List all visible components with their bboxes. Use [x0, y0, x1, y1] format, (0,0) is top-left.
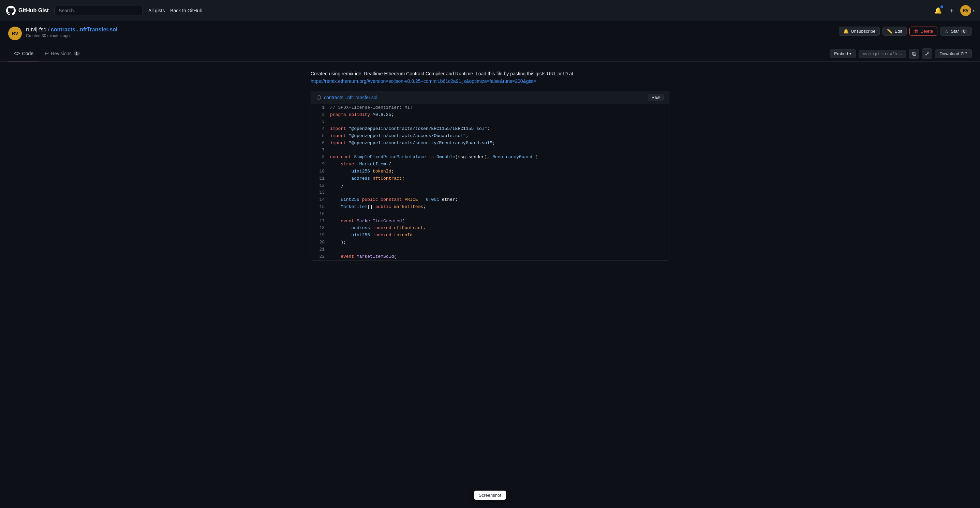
- raw-button[interactable]: Raw: [648, 94, 663, 101]
- avatar-initials: RV: [11, 31, 18, 36]
- table-row: 1// SPDX-License-Identifier: MIT: [311, 104, 669, 111]
- line-number: 13: [311, 189, 329, 196]
- table-row: 6import "@openzeppelin/contracts/securit…: [311, 140, 669, 147]
- table-row: 5import "@openzeppelin/contracts/access/…: [311, 133, 669, 140]
- line-code: address indexed nftContract,: [329, 225, 669, 232]
- tab-revisions[interactable]: ↩ Revisions 1: [39, 46, 85, 61]
- download-zip-button[interactable]: Download ZIP: [935, 49, 972, 58]
- line-number: 15: [311, 203, 329, 211]
- line-code: pragma solidity ^0.8.25;: [329, 111, 669, 119]
- breadcrumb: rutvij-fsd / contracts...nftTransfer.sol: [26, 27, 118, 33]
- line-number: 3: [311, 118, 329, 125]
- line-code: import "@openzeppelin/contracts/security…: [329, 140, 669, 147]
- line-number: 11: [311, 175, 329, 183]
- edit-button[interactable]: ✏️ Edit: [883, 27, 906, 36]
- avatar: RV: [8, 27, 22, 40]
- trash-icon: 🗑: [914, 29, 918, 34]
- line-number: 12: [311, 183, 329, 190]
- search-input[interactable]: [54, 6, 143, 15]
- star-icon: ☆: [945, 29, 949, 34]
- embed-code-snippet: <script src="https://: [859, 50, 906, 58]
- revisions-count-badge: 1: [74, 51, 80, 56]
- line-code: uint256 indexed tokenId: [329, 232, 669, 239]
- breadcrumb-separator: /: [48, 27, 49, 33]
- line-code: event MarketItemSold(: [329, 253, 669, 260]
- description-text: Created using remix-ide: Realtime Ethere…: [311, 71, 573, 76]
- action-buttons: 🔔 Unsubscribe ✏️ Edit 🗑 Delete ☆ Star 0: [839, 27, 972, 36]
- table-row: 17 event MarketItemCreated(: [311, 218, 669, 225]
- tab-code[interactable]: <> Code: [8, 46, 39, 61]
- line-code: [329, 147, 669, 154]
- line-number: 21: [311, 246, 329, 253]
- main-content: Created using remix-ide: Realtime Ethere…: [302, 62, 678, 269]
- line-number: 20: [311, 239, 329, 246]
- share-button[interactable]: ⤢: [922, 48, 932, 59]
- line-code: [329, 211, 669, 218]
- new-button[interactable]: ＋: [947, 5, 956, 16]
- file-name[interactable]: contracts...nftTransfer.sol: [324, 95, 377, 100]
- line-number: 1: [311, 104, 329, 111]
- line-code: uint256 public constant PRICE = 0.001 et…: [329, 196, 669, 203]
- pencil-icon: ✏️: [887, 29, 892, 34]
- header-nav: All gists Back to GitHub: [148, 8, 928, 13]
- line-code: [329, 246, 669, 253]
- chevron-down-icon: ▾: [850, 51, 851, 56]
- line-number: 22: [311, 253, 329, 260]
- header-avatar-initials: RV: [963, 8, 969, 13]
- unsubscribe-label: Unsubscribe: [851, 29, 875, 34]
- line-code: import "@openzeppelin/contracts/token/ER…: [329, 125, 669, 133]
- line-number: 18: [311, 225, 329, 232]
- line-code: MarketItem[] public marketItems;: [329, 203, 669, 211]
- table-row: 4import "@openzeppelin/contracts/token/E…: [311, 125, 669, 133]
- line-code: struct MarketItem {: [329, 161, 669, 168]
- line-number: 9: [311, 161, 329, 168]
- table-row: 21: [311, 246, 669, 253]
- line-code: [329, 189, 669, 196]
- line-number: 19: [311, 232, 329, 239]
- user-info: rutvij-fsd / contracts...nftTransfer.sol…: [26, 27, 118, 38]
- table-row: 10 uint256 tokenId;: [311, 168, 669, 175]
- table-row: 20 );: [311, 239, 669, 246]
- table-row: 15 MarketItem[] public marketItems;: [311, 203, 669, 211]
- user-menu-button[interactable]: RV ▾: [960, 5, 975, 16]
- table-row: 18 address indexed nftContract,: [311, 225, 669, 232]
- tab-revisions-label: Revisions: [51, 51, 72, 56]
- username: rutvij-fsd: [26, 27, 46, 33]
- logo: GitHub Gist: [5, 5, 49, 16]
- delete-label: Delete: [920, 29, 933, 34]
- file-icon: ⬡: [317, 94, 321, 101]
- description-link[interactable]: https://remix.ethereum.org/#version=solj…: [311, 78, 536, 84]
- star-button[interactable]: ☆ Star 0: [940, 27, 972, 36]
- github-logo-icon: [5, 5, 16, 16]
- copy-icon: ⧉: [912, 51, 916, 57]
- gist-filename[interactable]: contracts...nftTransfer.sol: [51, 27, 118, 33]
- line-number: 8: [311, 154, 329, 161]
- line-number: 14: [311, 196, 329, 203]
- copy-button[interactable]: ⧉: [909, 49, 919, 59]
- bell-off-icon: 🔔: [843, 29, 849, 34]
- line-code: // SPDX-License-Identifier: MIT: [329, 104, 669, 111]
- tab-code-label: Code: [22, 51, 33, 56]
- embed-label: Embed: [834, 51, 848, 56]
- line-number: 6: [311, 140, 329, 147]
- table-row: 22 event MarketItemSold(: [311, 253, 669, 260]
- user-section: RV rutvij-fsd / contracts...nftTransfer.…: [0, 21, 980, 46]
- line-number: 5: [311, 133, 329, 140]
- embed-button[interactable]: Embed ▾: [830, 49, 856, 58]
- code-table: 1// SPDX-License-Identifier: MIT2pragma …: [311, 104, 669, 260]
- line-number: 4: [311, 125, 329, 133]
- line-number: 7: [311, 147, 329, 154]
- back-to-github-link[interactable]: Back to GitHub: [170, 8, 202, 13]
- line-number: 17: [311, 218, 329, 225]
- line-code: address nftContract;: [329, 175, 669, 183]
- unsubscribe-button[interactable]: 🔔 Unsubscribe: [839, 27, 880, 36]
- line-code: }: [329, 183, 669, 190]
- screenshot-tooltip: Screenshot: [474, 491, 506, 500]
- notifications-button[interactable]: 🔔: [933, 5, 943, 16]
- chevron-down-icon: ▾: [972, 8, 975, 13]
- header: GitHub Gist All gists Back to GitHub 🔔 ＋…: [0, 0, 980, 21]
- line-number: 2: [311, 111, 329, 119]
- all-gists-link[interactable]: All gists: [148, 8, 165, 13]
- delete-button[interactable]: 🗑 Delete: [909, 27, 938, 36]
- edit-label: Edit: [894, 29, 902, 34]
